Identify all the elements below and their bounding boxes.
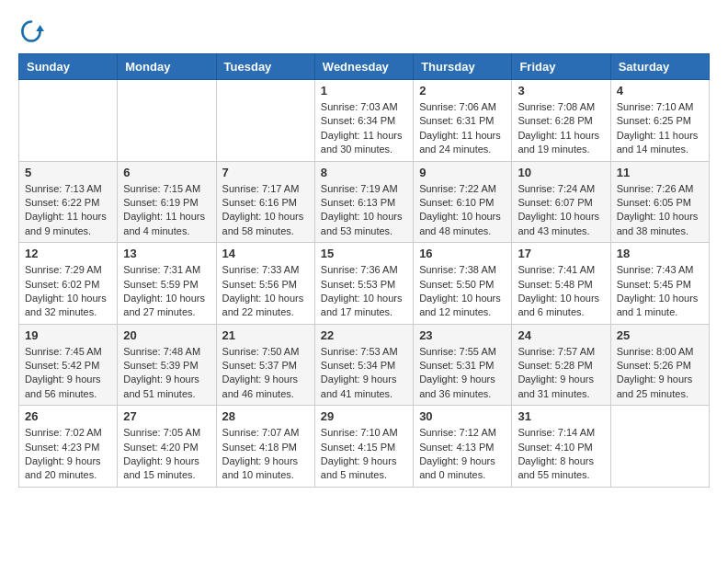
calendar-header: SundayMondayTuesdayWednesdayThursdayFrid… xyxy=(19,54,710,80)
day-info: Sunrise: 7:10 AMSunset: 4:15 PMDaylight:… xyxy=(321,426,407,483)
day-info: Sunrise: 8:00 AMSunset: 5:26 PMDaylight:… xyxy=(617,345,703,402)
day-info: Sunrise: 7:53 AMSunset: 5:34 PMDaylight:… xyxy=(321,345,407,402)
day-number: 22 xyxy=(321,328,407,342)
day-cell-3: 3Sunrise: 7:08 AMSunset: 6:28 PMDaylight… xyxy=(512,80,610,162)
day-info: Sunrise: 7:24 AMSunset: 6:07 PMDaylight:… xyxy=(518,182,604,239)
day-info: Sunrise: 7:10 AMSunset: 6:25 PMDaylight:… xyxy=(617,100,703,157)
day-cell-25: 25Sunrise: 8:00 AMSunset: 5:26 PMDayligh… xyxy=(610,324,709,406)
day-cell-7: 7Sunrise: 7:17 AMSunset: 6:16 PMDaylight… xyxy=(216,161,314,243)
day-number: 28 xyxy=(222,409,309,423)
day-number: 30 xyxy=(419,409,506,423)
day-number: 26 xyxy=(25,409,111,423)
day-cell-16: 16Sunrise: 7:38 AMSunset: 5:50 PMDayligh… xyxy=(414,243,512,325)
day-info: Sunrise: 7:50 AMSunset: 5:37 PMDaylight:… xyxy=(222,345,309,402)
day-cell-18: 18Sunrise: 7:43 AMSunset: 5:45 PMDayligh… xyxy=(610,243,709,325)
day-info: Sunrise: 7:06 AMSunset: 6:31 PMDaylight:… xyxy=(419,100,506,157)
day-cell-4: 4Sunrise: 7:10 AMSunset: 6:25 PMDaylight… xyxy=(610,80,709,162)
day-cell-26: 26Sunrise: 7:02 AMSunset: 4:23 PMDayligh… xyxy=(19,406,118,488)
day-info: Sunrise: 7:08 AMSunset: 6:28 PMDaylight:… xyxy=(518,100,604,157)
day-info: Sunrise: 7:29 AMSunset: 6:02 PMDaylight:… xyxy=(25,263,111,320)
day-cell-22: 22Sunrise: 7:53 AMSunset: 5:34 PMDayligh… xyxy=(314,324,413,406)
logo xyxy=(18,18,48,44)
day-cell-28: 28Sunrise: 7:07 AMSunset: 4:18 PMDayligh… xyxy=(216,406,314,488)
day-cell-20: 20Sunrise: 7:48 AMSunset: 5:39 PMDayligh… xyxy=(118,324,216,406)
weekday-saturday: Saturday xyxy=(610,54,709,80)
svg-marker-0 xyxy=(36,25,44,31)
day-cell-13: 13Sunrise: 7:31 AMSunset: 5:59 PMDayligh… xyxy=(118,243,216,325)
day-cell-14: 14Sunrise: 7:33 AMSunset: 5:56 PMDayligh… xyxy=(216,243,314,325)
weekday-tuesday: Tuesday xyxy=(216,54,314,80)
day-info: Sunrise: 7:22 AMSunset: 6:10 PMDaylight:… xyxy=(419,182,506,239)
day-info: Sunrise: 7:03 AMSunset: 6:34 PMDaylight:… xyxy=(321,100,407,157)
calendar-week-row: 1Sunrise: 7:03 AMSunset: 6:34 PMDaylight… xyxy=(19,80,710,162)
empty-cell xyxy=(19,80,118,162)
day-info: Sunrise: 7:17 AMSunset: 6:16 PMDaylight:… xyxy=(222,182,309,239)
day-info: Sunrise: 7:05 AMSunset: 4:20 PMDaylight:… xyxy=(123,426,210,483)
day-number: 17 xyxy=(518,247,604,260)
logo-icon xyxy=(18,18,44,44)
day-number: 13 xyxy=(123,247,210,260)
day-number: 21 xyxy=(222,328,309,342)
day-cell-8: 8Sunrise: 7:19 AMSunset: 6:13 PMDaylight… xyxy=(314,161,413,243)
calendar-week-row: 19Sunrise: 7:45 AMSunset: 5:42 PMDayligh… xyxy=(19,324,710,406)
calendar-week-row: 5Sunrise: 7:13 AMSunset: 6:22 PMDaylight… xyxy=(19,161,710,243)
day-cell-6: 6Sunrise: 7:15 AMSunset: 6:19 PMDaylight… xyxy=(118,161,216,243)
page-header xyxy=(18,18,710,44)
day-cell-23: 23Sunrise: 7:55 AMSunset: 5:31 PMDayligh… xyxy=(414,324,512,406)
day-cell-15: 15Sunrise: 7:36 AMSunset: 5:53 PMDayligh… xyxy=(314,243,413,325)
day-number: 29 xyxy=(321,409,407,423)
day-number: 15 xyxy=(321,247,407,260)
day-number: 27 xyxy=(123,409,210,423)
day-number: 7 xyxy=(222,166,309,179)
weekday-wednesday: Wednesday xyxy=(314,54,413,80)
day-number: 24 xyxy=(518,328,604,342)
calendar-week-row: 12Sunrise: 7:29 AMSunset: 6:02 PMDayligh… xyxy=(19,243,710,325)
day-info: Sunrise: 7:15 AMSunset: 6:19 PMDaylight:… xyxy=(123,182,210,239)
day-info: Sunrise: 7:14 AMSunset: 4:10 PMDaylight:… xyxy=(518,426,604,483)
day-cell-1: 1Sunrise: 7:03 AMSunset: 6:34 PMDaylight… xyxy=(314,80,413,162)
day-number: 1 xyxy=(321,84,407,98)
day-info: Sunrise: 7:02 AMSunset: 4:23 PMDaylight:… xyxy=(25,426,111,483)
empty-cell xyxy=(610,406,709,488)
day-number: 2 xyxy=(419,84,506,98)
day-number: 31 xyxy=(518,409,604,423)
day-info: Sunrise: 7:31 AMSunset: 5:59 PMDaylight:… xyxy=(123,263,210,320)
day-number: 20 xyxy=(123,328,210,342)
day-cell-27: 27Sunrise: 7:05 AMSunset: 4:20 PMDayligh… xyxy=(118,406,216,488)
weekday-header-row: SundayMondayTuesdayWednesdayThursdayFrid… xyxy=(19,54,710,80)
day-number: 4 xyxy=(617,84,703,98)
day-number: 8 xyxy=(321,166,407,179)
day-info: Sunrise: 7:33 AMSunset: 5:56 PMDaylight:… xyxy=(222,263,309,320)
day-cell-2: 2Sunrise: 7:06 AMSunset: 6:31 PMDaylight… xyxy=(414,80,512,162)
day-info: Sunrise: 7:26 AMSunset: 6:05 PMDaylight:… xyxy=(617,182,703,239)
day-number: 12 xyxy=(25,247,111,260)
day-info: Sunrise: 7:57 AMSunset: 5:28 PMDaylight:… xyxy=(518,345,604,402)
day-number: 18 xyxy=(617,247,703,260)
day-number: 6 xyxy=(123,166,210,179)
day-number: 14 xyxy=(222,247,309,260)
day-cell-19: 19Sunrise: 7:45 AMSunset: 5:42 PMDayligh… xyxy=(19,324,118,406)
day-cell-10: 10Sunrise: 7:24 AMSunset: 6:07 PMDayligh… xyxy=(512,161,610,243)
day-cell-17: 17Sunrise: 7:41 AMSunset: 5:48 PMDayligh… xyxy=(512,243,610,325)
day-cell-11: 11Sunrise: 7:26 AMSunset: 6:05 PMDayligh… xyxy=(610,161,709,243)
day-number: 3 xyxy=(518,84,604,98)
day-number: 10 xyxy=(518,166,604,179)
day-info: Sunrise: 7:45 AMSunset: 5:42 PMDaylight:… xyxy=(25,345,111,402)
weekday-monday: Monday xyxy=(118,54,216,80)
day-info: Sunrise: 7:43 AMSunset: 5:45 PMDaylight:… xyxy=(617,263,703,320)
day-number: 16 xyxy=(419,247,506,260)
day-number: 11 xyxy=(617,166,703,179)
day-cell-29: 29Sunrise: 7:10 AMSunset: 4:15 PMDayligh… xyxy=(314,406,413,488)
calendar-body: 1Sunrise: 7:03 AMSunset: 6:34 PMDaylight… xyxy=(19,80,710,488)
day-number: 25 xyxy=(617,328,703,342)
calendar-week-row: 26Sunrise: 7:02 AMSunset: 4:23 PMDayligh… xyxy=(19,406,710,488)
weekday-thursday: Thursday xyxy=(414,54,512,80)
empty-cell xyxy=(118,80,216,162)
day-info: Sunrise: 7:07 AMSunset: 4:18 PMDaylight:… xyxy=(222,426,309,483)
day-number: 5 xyxy=(25,166,111,179)
day-info: Sunrise: 7:13 AMSunset: 6:22 PMDaylight:… xyxy=(25,182,111,239)
day-info: Sunrise: 7:38 AMSunset: 5:50 PMDaylight:… xyxy=(419,263,506,320)
day-cell-12: 12Sunrise: 7:29 AMSunset: 6:02 PMDayligh… xyxy=(19,243,118,325)
empty-cell xyxy=(216,80,314,162)
day-info: Sunrise: 7:48 AMSunset: 5:39 PMDaylight:… xyxy=(123,345,210,402)
